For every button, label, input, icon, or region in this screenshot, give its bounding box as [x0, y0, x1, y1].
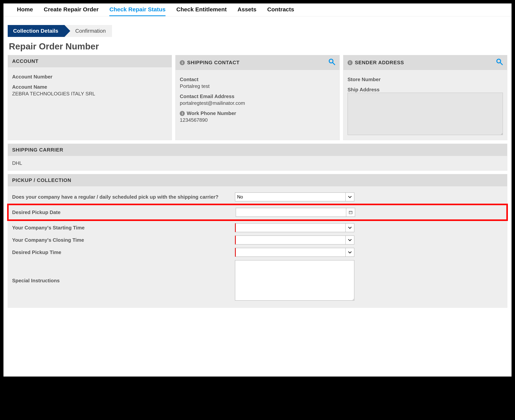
info-icon[interactable]: i: [180, 111, 185, 116]
row-special-instructions: Special Instructions: [8, 259, 507, 302]
row-company-closing-time: Your Company's Closing Time: [8, 234, 507, 246]
account-name-value: ZEBRA TECHNOLOGIES ITALY SRL: [12, 91, 168, 97]
desired-pickup-time-select[interactable]: [235, 248, 346, 257]
shipping-contact-header: SHIPPING CONTACT: [187, 60, 240, 66]
info-icon[interactable]: i: [347, 60, 353, 65]
carrier-value: DHL: [12, 160, 503, 166]
carrier-header: SHIPPING CARRIER: [12, 147, 63, 153]
desired-pickup-date-label: Desired Pickup Date: [9, 209, 236, 216]
row-regular-pickup: Does your company have a regular / daily…: [8, 191, 507, 202]
ship-address-label: Ship Address: [347, 87, 503, 93]
desired-pickup-time-label: Desired Pickup Time: [8, 249, 235, 255]
wizard-steps: Collection Details Confirmation: [8, 25, 512, 37]
nav-check-entitlement[interactable]: Check Entitlement: [176, 6, 227, 16]
phone-label: Work Phone Number: [187, 110, 236, 116]
email-label: Contact Email Address: [180, 93, 335, 99]
search-sender-button[interactable]: [496, 58, 503, 67]
calendar-button[interactable]: [346, 208, 355, 217]
panel-sender-address: i SENDER ADDRESS Store Number Ship Addre…: [343, 55, 507, 140]
page-title: Repair Order Number: [9, 41, 512, 52]
step-confirmation: Confirmation: [64, 25, 112, 37]
info-icon[interactable]: i: [180, 60, 185, 65]
desired-pickup-date-input[interactable]: [236, 208, 346, 217]
special-instructions-textarea[interactable]: [235, 260, 354, 300]
panel-account: ACCOUNT Account Number Account Name ZEBR…: [8, 55, 172, 140]
panel-shipping-carrier: SHIPPING CARRIER DHL: [8, 144, 507, 171]
svg-rect-4: [349, 211, 352, 214]
store-number-label: Store Number: [347, 76, 503, 82]
panel-pickup-collection: PICKUP / COLLECTION Does your company ha…: [8, 174, 507, 308]
company-closing-time-dropdown-button[interactable]: [346, 236, 354, 244]
email-value: portalregtest@mailinator.com: [180, 100, 335, 106]
nav-create-repair-order[interactable]: Create Repair Order: [44, 6, 99, 16]
desired-pickup-time-dropdown-button[interactable]: [346, 248, 354, 257]
ship-address-textarea[interactable]: [347, 93, 503, 135]
step-collection-details[interactable]: Collection Details: [8, 25, 64, 37]
company-closing-time-label: Your Company's Closing Time: [8, 237, 235, 243]
company-start-time-label: Your Company's Starting Time: [8, 225, 235, 231]
chevron-down-icon: [348, 251, 352, 254]
svg-line-1: [332, 63, 335, 65]
regular-pickup-label: Does your company have a regular / daily…: [8, 194, 235, 200]
account-header: ACCOUNT: [12, 58, 38, 64]
regular-pickup-select[interactable]: [235, 193, 346, 201]
row-company-start-time: Your Company's Starting Time: [8, 222, 507, 233]
svg-line-3: [500, 63, 502, 65]
pickup-header: PICKUP / COLLECTION: [12, 177, 71, 183]
sender-header: SENDER ADDRESS: [355, 60, 404, 66]
special-instructions-label: Special Instructions: [8, 260, 235, 284]
chevron-down-icon: [348, 195, 352, 198]
phone-value: 1234567890: [180, 117, 335, 123]
search-shipping-contact-button[interactable]: [328, 58, 335, 67]
nav-assets[interactable]: Assets: [238, 6, 256, 16]
top-nav: Home Create Repair Order Check Repair St…: [3, 3, 512, 16]
nav-home[interactable]: Home: [17, 6, 33, 16]
row-desired-pickup-date: Desired Pickup Date: [7, 204, 508, 221]
search-icon: [496, 58, 503, 65]
company-start-time-dropdown-button[interactable]: [346, 223, 354, 232]
company-closing-time-select[interactable]: [235, 236, 346, 244]
search-icon: [328, 58, 335, 65]
contact-label: Contact: [180, 76, 335, 82]
panel-shipping-contact: i SHIPPING CONTACT Contact Portalreg tes…: [175, 55, 339, 140]
chevron-down-icon: [348, 239, 352, 241]
account-name-label: Account Name: [12, 84, 168, 90]
company-start-time-select[interactable]: [235, 223, 346, 232]
nav-check-repair-status[interactable]: Check Repair Status: [109, 6, 166, 16]
regular-pickup-dropdown-button[interactable]: [346, 193, 354, 201]
account-number-label: Account Number: [12, 74, 168, 80]
nav-contracts[interactable]: Contracts: [267, 6, 294, 16]
contact-value: Portalreg test: [180, 83, 335, 89]
calendar-icon: [349, 210, 353, 214]
row-desired-pickup-time: Desired Pickup Time: [8, 247, 507, 258]
chevron-down-icon: [348, 226, 352, 229]
